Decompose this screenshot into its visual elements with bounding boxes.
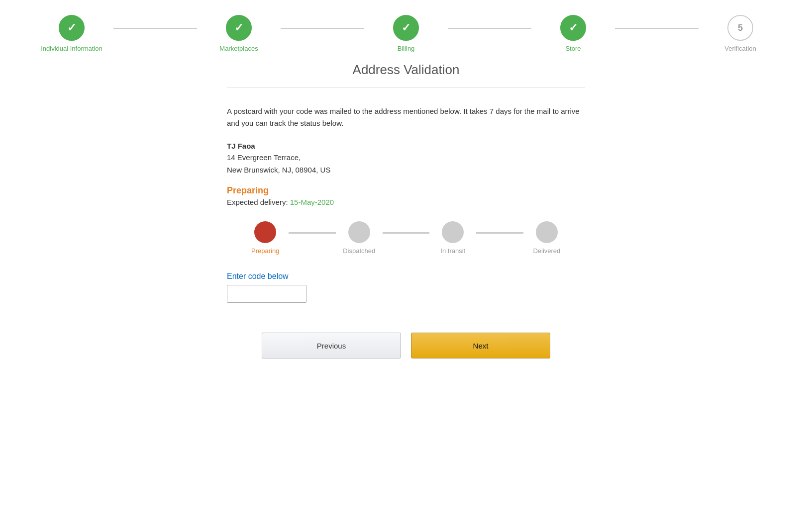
stepper: ✓ Individual Information ✓ Marketplaces … [0,0,812,62]
step-circle-5: 5 [727,15,753,41]
step-marketplaces: ✓ Marketplaces [197,15,281,52]
status-label: Preparing [227,185,585,196]
checkmark-icon-4: ✓ [569,21,578,34]
step-circle-2: ✓ [226,15,252,41]
checkmark-icon-2: ✓ [234,21,243,34]
step-verification: 5 Verification [699,15,782,52]
connector-3-4 [448,28,531,29]
track-circle-delivered [536,221,558,243]
code-label: Enter code below [227,272,585,281]
track-step-preparing: Preparing [242,221,289,255]
expected-delivery: Expected delivery: 15-May-2020 [227,198,585,206]
track-step-dispatched: Dispatched [336,221,383,255]
description-text: A postcard with your code was mailed to … [227,105,585,129]
track-circle-preparing [254,221,276,243]
address-name: TJ Faoa [227,142,585,150]
step-circle-3: ✓ [393,15,419,41]
connector-1-2 [113,28,197,29]
previous-button[interactable]: Previous [262,333,401,358]
address-line2: New Brunswick, NJ, 08904, US [227,165,585,176]
track-label-delivered: Delivered [533,247,560,255]
next-button[interactable]: Next [411,333,550,358]
track-label-preparing: Preparing [251,247,279,255]
track-circle-in-transit [442,221,464,243]
track-connector-2-3 [383,232,429,234]
track-step-in-transit: In transit [429,221,476,255]
divider [227,88,585,88]
code-section: Enter code below [227,272,585,303]
connector-4-5 [615,28,699,29]
track-circle-dispatched [348,221,370,243]
track-label-dispatched: Dispatched [343,247,375,255]
step-label-1: Individual Information [41,45,102,52]
step-circle-4: ✓ [560,15,586,41]
address-line1: 14 Evergreen Terrace, [227,152,585,164]
checkmark-icon-3: ✓ [402,21,410,34]
step-store: ✓ Store [531,15,615,52]
connector-2-3 [281,28,364,29]
step-individual-information: ✓ Individual Information [30,15,113,52]
step-billing: ✓ Billing [364,15,448,52]
step-number-5: 5 [738,23,743,33]
tracking-bar: Preparing Dispatched In transit Delivere… [227,221,585,255]
step-label-3: Billing [398,45,415,52]
track-connector-3-4 [476,232,523,234]
expected-delivery-prefix: Expected delivery: [227,198,290,206]
track-step-delivered: Delivered [523,221,570,255]
step-label-4: Store [565,45,581,52]
step-label-5: Verification [724,45,756,52]
step-label-2: Marketplaces [219,45,258,52]
expected-delivery-date: 15-May-2020 [290,198,334,206]
track-label-in-transit: In transit [440,247,465,255]
step-circle-1: ✓ [59,15,85,41]
footer-buttons: Previous Next [227,333,585,388]
page-title: Address Validation [227,62,585,78]
track-connector-1-2 [289,232,335,234]
checkmark-icon-1: ✓ [67,21,76,34]
main-content: Address Validation A postcard with your … [207,62,605,388]
code-input[interactable] [227,285,306,303]
